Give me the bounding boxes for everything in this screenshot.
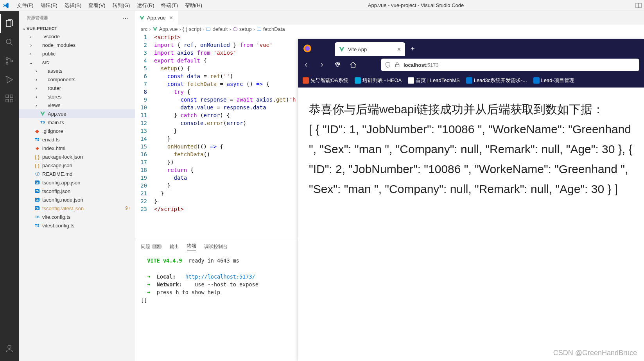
tree-item[interactable]: TS main.ts (19, 118, 135, 127)
tree-item[interactable]: › public (19, 49, 135, 58)
home-button[interactable] (350, 61, 361, 68)
menu-item[interactable]: 查看(V) (85, 2, 109, 8)
tree-item[interactable]: ◆ index.html (19, 144, 135, 152)
tree-item[interactable]: { } package-lock.json (19, 152, 135, 161)
file-icon: TS (39, 119, 46, 125)
browser-tab[interactable]: Vite App ✕ (335, 42, 405, 56)
search-icon[interactable] (0, 33, 19, 52)
vue-file-icon (152, 27, 158, 32)
bookmark-item[interactable]: Lead3c系统开发需求-... (466, 77, 527, 84)
svg-rect-11 (10, 99, 13, 102)
file-icon: ◆ (34, 128, 41, 134)
tree-item[interactable]: › router (19, 84, 135, 92)
reload-button[interactable] (334, 61, 345, 68)
url-text: localhost:5173 (404, 62, 439, 68)
tab-app-vue[interactable]: App.vue ✕ (135, 11, 178, 25)
tree-item[interactable]: TS vite.config.ts (19, 213, 135, 221)
explorer-icon[interactable] (0, 14, 19, 33)
source-control-icon[interactable] (0, 52, 19, 70)
shield-icon (385, 62, 391, 68)
url-bar[interactable]: localhost:5173 (381, 59, 639, 71)
bookmark-favicon-icon (355, 77, 361, 84)
new-tab-button[interactable]: + (405, 42, 420, 56)
vscode-logo-icon (2, 2, 9, 9)
tree-item[interactable]: App.vue (19, 109, 135, 118)
tree-item[interactable]: › stores (19, 92, 135, 101)
menu-item[interactable]: 编辑(E) (37, 2, 61, 8)
bookmark-item[interactable]: Lead-项目管理 (533, 77, 574, 84)
tree-item[interactable]: › assets (19, 66, 135, 75)
tree-item[interactable]: TS vitest.config.ts (19, 221, 135, 230)
chevron-icon: › (34, 77, 39, 82)
svg-point-8 (6, 76, 7, 77)
bookmark-item[interactable]: 培训列表 - HEOA (355, 77, 402, 84)
tree-item[interactable]: ts tsconfig.app.json (19, 178, 135, 187)
tab-output[interactable]: 输出 (170, 243, 179, 250)
tree-item[interactable]: › node_modules (19, 41, 135, 49)
extensions-icon[interactable] (0, 89, 19, 108)
tree-item[interactable]: › views (19, 101, 135, 109)
chevron-icon: › (34, 68, 39, 74)
file-icon: ⓘ (34, 171, 41, 177)
chevron-icon: › (28, 34, 34, 39)
bookmarks-bar: 先导智能OA系统 培训列表 - HEOA 首页 | LeadTechMS Lea… (298, 73, 644, 88)
tree-item[interactable]: › components (19, 75, 135, 84)
tree-item[interactable]: ◆ .gitignore (19, 127, 135, 135)
accounts-icon[interactable] (0, 339, 19, 358)
menu-item[interactable]: 运行(R) (133, 2, 158, 8)
editor-tabs: App.vue ✕ (135, 11, 644, 25)
tree-item[interactable]: › .vscode (19, 32, 135, 41)
chevron-icon: › (28, 42, 34, 48)
svg-rect-10 (6, 99, 9, 102)
tab-debug-console[interactable]: 调试控制台 (204, 243, 228, 250)
bookmark-favicon-icon (466, 77, 472, 84)
debug-icon[interactable] (0, 70, 19, 89)
file-icon (34, 42, 41, 48)
menu-item[interactable]: 转到(G) (109, 2, 134, 8)
menu-item[interactable]: 选择(S) (61, 2, 85, 8)
tree-item[interactable]: TS env.d.ts (19, 135, 135, 144)
tab-problems[interactable]: 问题12 (141, 243, 162, 250)
menu-item[interactable]: 帮助(H) (181, 2, 206, 8)
file-icon: ts (34, 205, 41, 211)
tree-item[interactable]: { } package.json (19, 161, 135, 170)
file-icon (39, 111, 46, 117)
project-root[interactable]: ⌄ VUE-PROJECT (19, 25, 135, 32)
bookmark-favicon-icon (533, 77, 540, 84)
menubar: 文件(F)编辑(E)选择(S)查看(V)转到(G)运行(R)终端(T)帮助(H)… (0, 0, 644, 11)
method-icon (233, 27, 238, 32)
svg-rect-18 (395, 64, 399, 67)
file-icon: ts (34, 197, 41, 203)
menu-item[interactable]: 文件(F) (13, 2, 37, 8)
tree-item[interactable]: ⌄ src (19, 58, 135, 66)
file-icon (34, 33, 41, 39)
bookmark-item[interactable]: 首页 | LeadTechMS (408, 77, 459, 84)
close-icon[interactable]: ✕ (397, 46, 401, 52)
forward-button[interactable] (318, 61, 329, 68)
tree-item[interactable]: ts tsconfig.vitest.json 9+ (19, 204, 135, 213)
problem-badge: 9+ (125, 206, 131, 211)
vue-favicon-icon (339, 46, 345, 52)
menu-item[interactable]: 终端(T) (158, 2, 181, 8)
more-actions-icon[interactable]: ⋯ (122, 14, 129, 22)
file-icon (39, 85, 46, 91)
file-icon: TS (34, 136, 41, 143)
bookmark-item[interactable]: 先导智能OA系统 (303, 77, 348, 84)
back-button[interactable] (303, 61, 314, 68)
svg-rect-9 (6, 95, 9, 98)
breadcrumb[interactable]: src› App.vue› { } script› default› setup… (135, 25, 644, 33)
activity-bar (0, 11, 19, 361)
chevron-icon: › (28, 51, 34, 57)
tree-item[interactable]: ts tsconfig.node.json (19, 195, 135, 204)
tab-terminal[interactable]: 终端 (187, 243, 196, 250)
watermark: CSDN @GreenHandBruce (553, 349, 637, 357)
firefox-browser: Vite App ✕ + localhost:5173 先导智能OA系统 培训列… (298, 39, 644, 361)
tree-item[interactable]: ts tsconfig.json (19, 187, 135, 195)
page-heading: 恭喜你与后端webapi链接成功并从后端获取到数如下据： (309, 99, 633, 119)
tree-item[interactable]: ⓘ README.md (19, 170, 135, 178)
layout-icon[interactable] (626, 2, 642, 9)
file-icon: { } (34, 162, 41, 168)
window-title: App.vue - vue-project - Visual Studio Co… (206, 2, 626, 8)
close-icon[interactable]: ✕ (168, 14, 174, 21)
svg-rect-15 (257, 28, 261, 30)
